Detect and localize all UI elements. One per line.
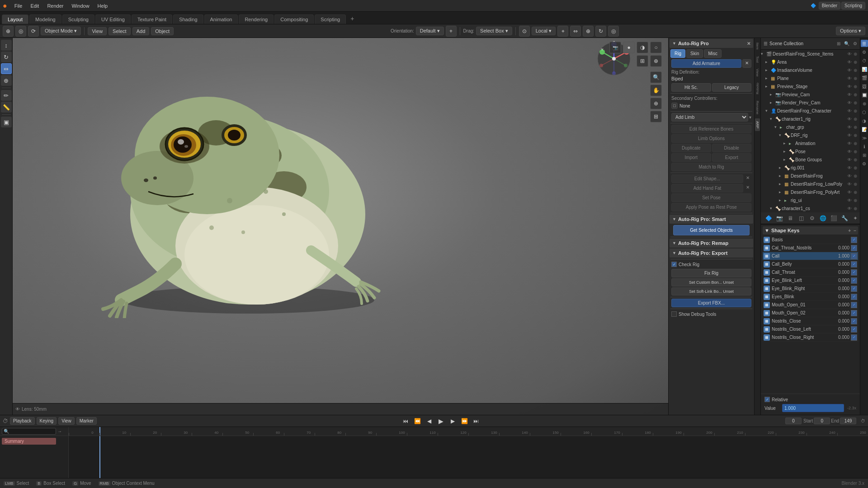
- tree-render-icon[interactable]: ⊕: [854, 60, 860, 65]
- viewport-shading-render[interactable]: ○: [650, 42, 662, 53]
- tree-visibility-icon[interactable]: 👁: [847, 206, 854, 211]
- tab-scripting[interactable]: Scripting: [315, 14, 346, 24]
- tree-render-icon[interactable]: ⊕: [854, 190, 860, 195]
- import-btn[interactable]: Import: [671, 153, 711, 162]
- prop-world-icon[interactable]: 🌐: [818, 213, 828, 223]
- mirror-icon[interactable]: ⇔: [570, 26, 581, 37]
- tree-visibility-icon[interactable]: 👁: [847, 76, 854, 81]
- viewport[interactable]: X Y Z 📷: [13, 38, 668, 415]
- tree-render-icon[interactable]: ⊕: [854, 92, 860, 97]
- tree-render-icon[interactable]: ⊕: [854, 100, 860, 105]
- prop-object-icon[interactable]: ⬛: [829, 213, 839, 223]
- outliner-item-scene_col[interactable]: ▾🎬DesertRainFrog_Scene_Items👁⊕: [761, 50, 860, 58]
- tree-render-icon[interactable]: ⊕: [854, 165, 860, 170]
- prop-scene-icon[interactable]: 🔷: [764, 213, 774, 223]
- outliner-item-char_grp[interactable]: ▾▸char_grp👁⊕: [761, 123, 860, 131]
- timeline-search-submit[interactable]: →: [57, 429, 62, 434]
- menu-window[interactable]: Window: [68, 2, 93, 9]
- cursor-btn[interactable]: ⊕: [650, 98, 662, 109]
- sk-add-icon[interactable]: +: [848, 228, 851, 233]
- ri-nla-icon[interactable]: 🎬: [861, 74, 868, 81]
- outliner-item-animation[interactable]: ▸▸Animation👁⊕: [761, 139, 860, 147]
- add-limb-dropdown[interactable]: Add Limb: [671, 113, 748, 122]
- disable-btn[interactable]: Disable: [712, 144, 752, 152]
- outliner-filter-icon[interactable]: ⊞: [837, 41, 840, 46]
- add-hand-fat-btn[interactable]: Add Hand Fat: [671, 184, 743, 192]
- sk-key-checkbox[interactable]: ✓: [851, 326, 857, 333]
- outliner-item-drf_main[interactable]: ▸▦DesertRainFrog👁⊕: [761, 172, 860, 180]
- tab-texture-paint[interactable]: Texture Paint: [132, 14, 172, 24]
- shape-key-row[interactable]: ▦Nostrils_Close_Right0.000✓: [763, 333, 858, 342]
- tree-visibility-icon[interactable]: 👁: [847, 100, 854, 105]
- hit-sc-btn[interactable]: Hit Sc.: [671, 83, 711, 92]
- scene-selector[interactable]: Blender: [819, 2, 840, 9]
- tree-visibility-icon[interactable]: 👁: [847, 133, 854, 138]
- tab-compositing[interactable]: Compositing: [274, 14, 314, 24]
- tree-render-icon[interactable]: ⊕: [854, 141, 860, 146]
- pivot-dropdown[interactable]: Local ▾: [532, 27, 556, 35]
- ri-properties-icon[interactable]: ⚙: [861, 48, 868, 56]
- vtab-tool[interactable]: Tool: [755, 53, 760, 66]
- set-custom-bones-btn[interactable]: Set Custom Bon... Unset: [671, 278, 751, 286]
- sk-key-checkbox[interactable]: ✓: [851, 302, 857, 308]
- viewport-shading-material[interactable]: ◑: [637, 42, 648, 53]
- viewport-shading-solid[interactable]: ●: [623, 42, 635, 53]
- sk-key-checkbox[interactable]: ✓: [851, 286, 857, 292]
- arp-panel-header[interactable]: ▼ Auto-Rig Pro ✕: [670, 39, 753, 48]
- ri-image-icon[interactable]: 🖼: [861, 83, 868, 90]
- outliner-item-bonegroups[interactable]: ▸🦴Bone Groups👁⊕: [761, 155, 860, 164]
- drag-dropdown[interactable]: Select Box ▾: [476, 27, 512, 35]
- tree-render-icon[interactable]: ⊕: [854, 182, 860, 187]
- relative-checkbox[interactable]: ✓: [764, 397, 770, 402]
- tree-visibility-icon[interactable]: 👁: [847, 108, 854, 113]
- tab-animation[interactable]: Animation: [204, 14, 238, 24]
- go-to-start-btn[interactable]: ⏮: [401, 416, 410, 426]
- tree-visibility-icon[interactable]: 👁: [847, 198, 854, 203]
- add-armature-btn[interactable]: Add Armature: [671, 59, 741, 68]
- tree-visibility-icon[interactable]: 👁: [847, 149, 854, 154]
- outliner-search-icon[interactable]: 🔍: [844, 41, 849, 46]
- ri-outliner-icon[interactable]: ☰: [861, 40, 868, 47]
- sk-key-checkbox[interactable]: ✓: [851, 277, 857, 284]
- move-tool[interactable]: ↕: [1, 40, 12, 51]
- menu-render[interactable]: Render: [43, 2, 67, 9]
- sk-key-checkbox[interactable]: ✓: [851, 245, 857, 251]
- tab-shading[interactable]: Shading: [173, 14, 203, 24]
- sk-key-checkbox[interactable]: ✓: [851, 261, 857, 267]
- tree-visibility-icon[interactable]: 👁: [847, 68, 854, 73]
- view-menu-btn[interactable]: View: [88, 27, 107, 35]
- outliner-item-desertchar[interactable]: ▾👤DesertRainFrog_Character👁⊕: [761, 107, 860, 115]
- tree-render-icon[interactable]: ⊕: [854, 76, 860, 81]
- arp-tab-rig[interactable]: Rig: [670, 49, 685, 58]
- edit-shape-close[interactable]: ✕: [744, 174, 751, 183]
- outliner-item-rig001[interactable]: ▸🦴rig.001👁⊕: [761, 164, 860, 172]
- outliner-item-area[interactable]: ▸💡Area👁⊕: [761, 58, 860, 66]
- add-orientation-icon[interactable]: +: [446, 26, 457, 37]
- shape-keys-header[interactable]: ▼ Shape Keys + −: [763, 226, 858, 235]
- tree-render-icon[interactable]: ⊕: [854, 108, 860, 113]
- tab-sculpting[interactable]: Sculpting: [62, 14, 94, 24]
- scale-tool[interactable]: ⇔: [1, 63, 12, 74]
- viewport-overlays-btn[interactable]: ⊞: [637, 55, 648, 67]
- ri-graph-icon[interactable]: 📊: [861, 66, 868, 73]
- orientation-dropdown[interactable]: Default ▾: [416, 27, 444, 35]
- sk-key-checkbox[interactable]: ✓: [851, 318, 857, 324]
- sc-checkbox[interactable]: □: [671, 103, 678, 109]
- options-btn[interactable]: Options ▾: [836, 27, 865, 35]
- ri-spreadsheet-icon[interactable]: ⊞: [861, 151, 868, 159]
- shape-key-row[interactable]: ▦Eyes_Blink0.000✓: [763, 293, 858, 301]
- grid-btn[interactable]: ⊞: [650, 111, 662, 122]
- add-menu-btn[interactable]: Add: [132, 27, 150, 35]
- tree-render-icon[interactable]: ⊕: [854, 174, 860, 178]
- tree-visibility-icon[interactable]: 👁: [847, 174, 854, 178]
- tree-render-icon[interactable]: ⊕: [854, 149, 860, 154]
- ri-compositor-icon[interactable]: ◑: [861, 117, 868, 124]
- arp-tab-skin[interactable]: Skin: [686, 49, 703, 58]
- menu-edit[interactable]: Edit: [27, 2, 42, 9]
- check-rig-cb[interactable]: ✓: [671, 262, 677, 267]
- shape-key-row[interactable]: ▦Nostrils_Close0.000✓: [763, 317, 858, 325]
- measure-tool[interactable]: 📏: [1, 102, 12, 113]
- prop-scene2-icon[interactable]: ⚙: [807, 213, 817, 223]
- sk-key-checkbox[interactable]: ✓: [851, 253, 857, 259]
- view-layer-selector[interactable]: Scripting: [841, 2, 865, 9]
